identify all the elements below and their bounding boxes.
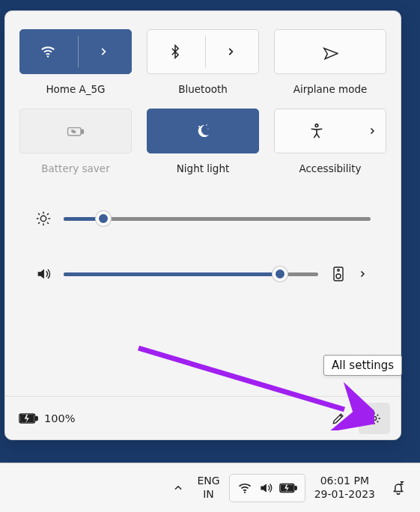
chevron-up-icon — [173, 483, 183, 493]
bluetooth-icon — [168, 44, 183, 59]
night-light-tile-label: Night light — [147, 161, 259, 174]
language-switcher[interactable]: ENG IN — [191, 472, 225, 504]
svg-point-6 — [315, 124, 318, 127]
quick-tiles-grid: Home A_5G Bluetooth Airplane mode Batter… — [26, 29, 380, 180]
wifi-toggle-area[interactable] — [20, 30, 76, 73]
accessibility-icon — [308, 123, 325, 139]
airplane-icon — [322, 43, 338, 60]
airplane-tile-label: Airplane mode — [274, 82, 386, 95]
pencil-icon — [331, 411, 346, 426]
all-settings-tooltip: All settings — [323, 355, 402, 376]
accessibility-toggle-area[interactable] — [275, 109, 359, 153]
svg-rect-12 — [36, 416, 38, 420]
battery-charging-icon — [19, 412, 38, 425]
taskbar: ENG IN 06:01 PM 29-01-2023 — [0, 463, 420, 512]
panel-bottom-bar: 100% — [5, 396, 401, 439]
svg-point-3 — [198, 126, 200, 127]
airplane-mode-tile[interactable] — [274, 29, 386, 74]
svg-point-14 — [372, 416, 376, 420]
battery-leaf-icon — [66, 124, 85, 138]
speaker-device-icon — [332, 266, 344, 282]
all-settings-button[interactable] — [359, 403, 390, 434]
battery-saver-tile — [19, 109, 132, 153]
clock-date: 29-01-2023 — [314, 488, 375, 502]
notifications-button[interactable] — [384, 477, 413, 499]
battery-saver-tile-label: Battery saver — [19, 161, 132, 174]
accessibility-tile[interactable] — [274, 109, 386, 153]
svg-point-4 — [206, 124, 207, 126]
clock-time: 06:01 PM — [320, 475, 369, 488]
brightness-slider-row — [26, 210, 380, 227]
wifi-icon — [40, 43, 56, 60]
wifi-icon — [237, 481, 252, 496]
edit-quick-settings-button[interactable] — [323, 403, 354, 434]
svg-rect-17 — [294, 486, 296, 490]
wifi-more-button[interactable] — [76, 30, 131, 73]
language-top: ENG — [197, 475, 219, 488]
svg-point-7 — [40, 216, 46, 221]
night-light-tile[interactable] — [147, 109, 259, 153]
clock[interactable]: 06:01 PM 29-01-2023 — [308, 472, 381, 504]
audio-output-more-button[interactable] — [354, 263, 371, 285]
battery-percent-label: 100% — [44, 412, 75, 424]
svg-point-0 — [47, 55, 49, 57]
svg-point-5 — [207, 128, 208, 129]
svg-point-10 — [338, 269, 339, 271]
gear-icon — [367, 411, 382, 426]
svg-point-9 — [336, 274, 341, 278]
chevron-right-icon — [368, 127, 377, 135]
bluetooth-tile-label: Bluetooth — [147, 82, 259, 95]
brightness-slider[interactable] — [64, 217, 371, 221]
night-light-icon — [194, 122, 212, 140]
wifi-tile-label: Home A_5G — [19, 82, 132, 95]
chevron-right-icon — [358, 269, 367, 278]
system-tray[interactable] — [229, 474, 305, 502]
chevron-right-icon — [225, 46, 236, 57]
battery-status[interactable]: 100% — [19, 412, 75, 425]
audio-output-button[interactable] — [330, 263, 347, 285]
brightness-icon — [35, 210, 52, 227]
bell-snooze-icon — [390, 480, 407, 496]
bluetooth-more-button[interactable] — [203, 30, 258, 73]
volume-icon — [258, 481, 273, 496]
bluetooth-toggle-area[interactable] — [147, 30, 203, 73]
battery-charging-icon — [279, 482, 297, 494]
volume-slider-row — [26, 263, 380, 285]
language-bottom: IN — [203, 488, 214, 502]
tray-overflow-button[interactable] — [168, 477, 188, 499]
accessibility-more-button[interactable] — [359, 109, 386, 153]
svg-rect-2 — [82, 129, 84, 133]
bluetooth-tile[interactable] — [147, 29, 259, 74]
volume-icon — [35, 266, 52, 282]
sliders-section — [26, 210, 380, 285]
svg-point-15 — [244, 491, 246, 493]
wifi-tile[interactable] — [19, 29, 132, 74]
volume-slider[interactable] — [64, 272, 318, 276]
chevron-right-icon — [98, 46, 109, 57]
accessibility-tile-label: Accessibility — [274, 161, 386, 174]
